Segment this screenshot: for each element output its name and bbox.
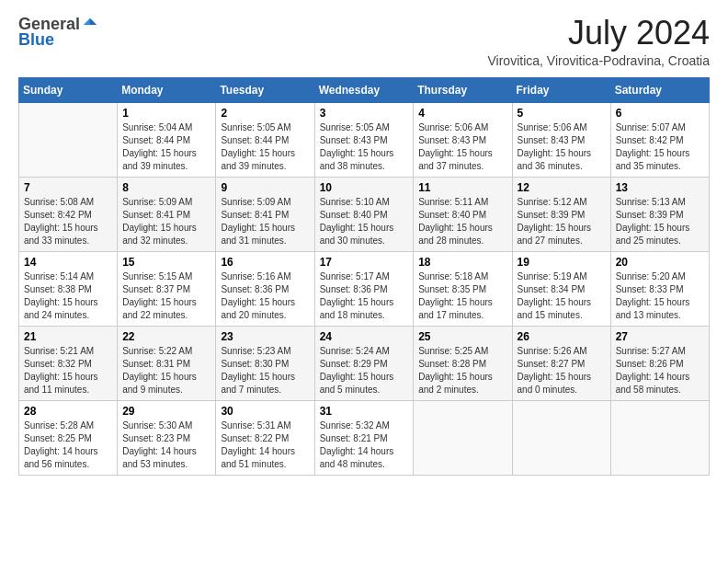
- day-info: Sunrise: 5:22 AMSunset: 8:31 PMDaylight:…: [122, 345, 210, 396]
- calendar-cell: 19Sunrise: 5:19 AMSunset: 8:34 PMDayligh…: [512, 251, 610, 326]
- day-number: 20: [616, 256, 704, 269]
- day-number: 25: [418, 330, 506, 343]
- calendar-week-row: 7Sunrise: 5:08 AMSunset: 8:42 PMDaylight…: [19, 177, 710, 251]
- calendar-week-row: 14Sunrise: 5:14 AMSunset: 8:38 PMDayligh…: [19, 251, 710, 326]
- calendar-cell: 14Sunrise: 5:14 AMSunset: 8:38 PMDayligh…: [19, 251, 118, 326]
- day-number: 8: [122, 181, 210, 194]
- calendar-header-row: SundayMondayTuesdayWednesdayThursdayFrid…: [19, 77, 710, 102]
- weekday-header: Sunday: [19, 77, 118, 102]
- day-number: 16: [221, 256, 309, 269]
- day-number: 2: [221, 107, 309, 120]
- calendar-cell: 18Sunrise: 5:18 AMSunset: 8:35 PMDayligh…: [414, 251, 512, 326]
- weekday-header: Tuesday: [216, 77, 314, 102]
- calendar-cell: 17Sunrise: 5:17 AMSunset: 8:36 PMDayligh…: [314, 251, 414, 326]
- calendar-cell: 3Sunrise: 5:05 AMSunset: 8:43 PMDaylight…: [314, 102, 414, 177]
- day-number: 13: [616, 181, 704, 194]
- day-info: Sunrise: 5:30 AMSunset: 8:23 PMDaylight:…: [122, 419, 210, 471]
- calendar-cell: 16Sunrise: 5:16 AMSunset: 8:36 PMDayligh…: [216, 251, 314, 326]
- day-number: 3: [320, 107, 409, 120]
- day-info: Sunrise: 5:16 AMSunset: 8:36 PMDaylight:…: [221, 270, 309, 322]
- day-info: Sunrise: 5:09 AMSunset: 8:41 PMDaylight:…: [221, 196, 309, 247]
- calendar-cell: 26Sunrise: 5:26 AMSunset: 8:27 PMDayligh…: [512, 326, 610, 400]
- day-number: 9: [221, 181, 309, 194]
- calendar-cell: 28Sunrise: 5:28 AMSunset: 8:25 PMDayligh…: [19, 400, 118, 475]
- weekday-header: Friday: [512, 77, 610, 102]
- calendar-table: SundayMondayTuesdayWednesdayThursdayFrid…: [18, 77, 710, 476]
- day-info: Sunrise: 5:25 AMSunset: 8:28 PMDaylight:…: [418, 345, 506, 396]
- calendar-week-row: 1Sunrise: 5:04 AMSunset: 8:44 PMDaylight…: [19, 102, 710, 177]
- calendar-cell: 25Sunrise: 5:25 AMSunset: 8:28 PMDayligh…: [414, 326, 512, 400]
- weekday-header: Saturday: [610, 77, 709, 102]
- day-info: Sunrise: 5:31 AMSunset: 8:22 PMDaylight:…: [221, 419, 309, 471]
- day-number: 29: [122, 405, 210, 418]
- day-number: 24: [320, 330, 409, 343]
- day-number: 30: [221, 405, 309, 418]
- location-subtitle: Virovitica, Virovitica-Podravina, Croati…: [488, 53, 710, 68]
- calendar-cell: 15Sunrise: 5:15 AMSunset: 8:37 PMDayligh…: [118, 251, 216, 326]
- calendar-cell: 6Sunrise: 5:07 AMSunset: 8:42 PMDaylight…: [610, 102, 709, 177]
- day-info: Sunrise: 5:15 AMSunset: 8:37 PMDaylight:…: [122, 270, 210, 322]
- calendar-cell: [512, 400, 610, 475]
- day-number: 19: [518, 256, 606, 269]
- day-info: Sunrise: 5:20 AMSunset: 8:33 PMDaylight:…: [616, 270, 704, 322]
- calendar-cell: 30Sunrise: 5:31 AMSunset: 8:22 PMDayligh…: [216, 400, 314, 475]
- logo: General Blue: [18, 15, 98, 50]
- calendar-cell: 1Sunrise: 5:04 AMSunset: 8:44 PMDaylight…: [118, 102, 216, 177]
- day-info: Sunrise: 5:13 AMSunset: 8:39 PMDaylight:…: [616, 196, 704, 247]
- day-info: Sunrise: 5:17 AMSunset: 8:36 PMDaylight:…: [320, 270, 409, 322]
- day-info: Sunrise: 5:08 AMSunset: 8:42 PMDaylight:…: [24, 196, 112, 247]
- calendar-cell: 9Sunrise: 5:09 AMSunset: 8:41 PMDaylight…: [216, 177, 314, 251]
- calendar-cell: 29Sunrise: 5:30 AMSunset: 8:23 PMDayligh…: [118, 400, 216, 475]
- day-number: 4: [418, 107, 506, 120]
- day-info: Sunrise: 5:19 AMSunset: 8:34 PMDaylight:…: [518, 270, 606, 322]
- title-block: July 2024 Virovitica, Virovitica-Podravi…: [488, 15, 710, 68]
- calendar-week-row: 21Sunrise: 5:21 AMSunset: 8:32 PMDayligh…: [19, 326, 710, 400]
- weekday-header: Monday: [118, 77, 216, 102]
- day-info: Sunrise: 5:28 AMSunset: 8:25 PMDaylight:…: [24, 419, 112, 471]
- day-number: 18: [418, 256, 506, 269]
- day-number: 26: [518, 330, 606, 343]
- day-info: Sunrise: 5:14 AMSunset: 8:38 PMDaylight:…: [24, 270, 112, 322]
- day-info: Sunrise: 5:24 AMSunset: 8:29 PMDaylight:…: [320, 345, 409, 396]
- day-info: Sunrise: 5:18 AMSunset: 8:35 PMDaylight:…: [418, 270, 506, 322]
- day-number: 28: [24, 405, 112, 418]
- day-info: Sunrise: 5:10 AMSunset: 8:40 PMDaylight:…: [320, 196, 409, 247]
- day-info: Sunrise: 5:07 AMSunset: 8:42 PMDaylight:…: [616, 121, 704, 173]
- calendar-cell: [19, 102, 118, 177]
- day-number: 15: [122, 256, 210, 269]
- day-number: 5: [518, 107, 606, 120]
- day-info: Sunrise: 5:27 AMSunset: 8:26 PMDaylight:…: [616, 345, 704, 396]
- calendar-cell: 12Sunrise: 5:12 AMSunset: 8:39 PMDayligh…: [512, 177, 610, 251]
- calendar-cell: 21Sunrise: 5:21 AMSunset: 8:32 PMDayligh…: [19, 326, 118, 400]
- day-info: Sunrise: 5:09 AMSunset: 8:41 PMDaylight:…: [122, 196, 210, 247]
- day-info: Sunrise: 5:21 AMSunset: 8:32 PMDaylight:…: [24, 345, 112, 396]
- day-number: 12: [518, 181, 606, 194]
- calendar-cell: [414, 400, 512, 475]
- day-info: Sunrise: 5:06 AMSunset: 8:43 PMDaylight:…: [418, 121, 506, 173]
- calendar-cell: 27Sunrise: 5:27 AMSunset: 8:26 PMDayligh…: [610, 326, 709, 400]
- calendar-cell: 4Sunrise: 5:06 AMSunset: 8:43 PMDaylight…: [414, 102, 512, 177]
- day-number: 7: [24, 181, 112, 194]
- day-info: Sunrise: 5:06 AMSunset: 8:43 PMDaylight:…: [518, 121, 606, 173]
- calendar-cell: 20Sunrise: 5:20 AMSunset: 8:33 PMDayligh…: [610, 251, 709, 326]
- day-number: 27: [616, 330, 704, 343]
- logo-icon: [82, 17, 98, 33]
- calendar-cell: 23Sunrise: 5:23 AMSunset: 8:30 PMDayligh…: [216, 326, 314, 400]
- calendar-cell: 22Sunrise: 5:22 AMSunset: 8:31 PMDayligh…: [118, 326, 216, 400]
- day-number: 1: [122, 107, 210, 120]
- calendar-cell: 31Sunrise: 5:32 AMSunset: 8:21 PMDayligh…: [314, 400, 414, 475]
- day-info: Sunrise: 5:26 AMSunset: 8:27 PMDaylight:…: [518, 345, 606, 396]
- day-number: 21: [24, 330, 112, 343]
- day-number: 22: [122, 330, 210, 343]
- page-header: General Blue July 2024 Virovitica, Virov…: [18, 15, 710, 68]
- day-number: 10: [320, 181, 409, 194]
- day-info: Sunrise: 5:11 AMSunset: 8:40 PMDaylight:…: [418, 196, 506, 247]
- logo-blue: Blue: [18, 30, 54, 50]
- day-number: 14: [24, 256, 112, 269]
- calendar-cell: 2Sunrise: 5:05 AMSunset: 8:44 PMDaylight…: [216, 102, 314, 177]
- calendar-cell: 11Sunrise: 5:11 AMSunset: 8:40 PMDayligh…: [414, 177, 512, 251]
- weekday-header: Wednesday: [314, 77, 414, 102]
- calendar-cell: 13Sunrise: 5:13 AMSunset: 8:39 PMDayligh…: [610, 177, 709, 251]
- calendar-cell: 7Sunrise: 5:08 AMSunset: 8:42 PMDaylight…: [19, 177, 118, 251]
- day-info: Sunrise: 5:23 AMSunset: 8:30 PMDaylight:…: [221, 345, 309, 396]
